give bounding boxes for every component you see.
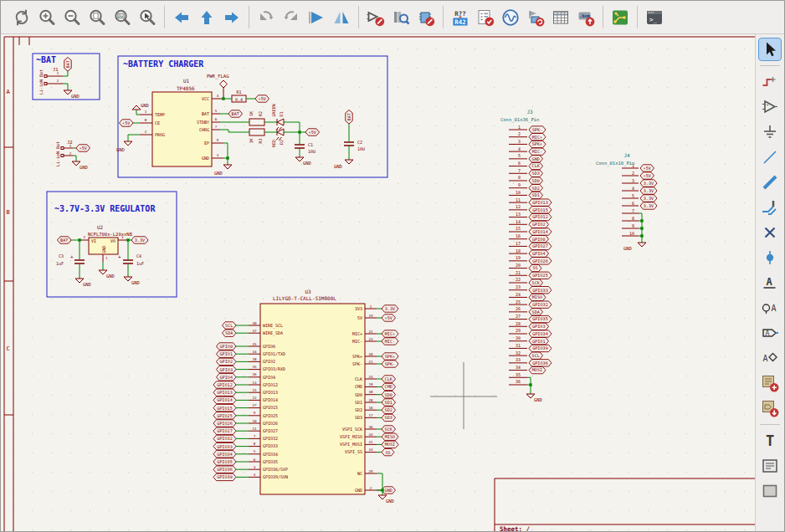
net-label-GPIO39[interactable]: GPIO39 — [213, 473, 236, 480]
wire-junction[interactable] — [381, 489, 383, 491]
zoom-fit-page-button[interactable] — [85, 5, 110, 30]
u3-pin-MIC-[interactable]: 23MIC-MIC- — [352, 337, 398, 345]
u3-pin-GPIO35[interactable]: GPIO356GPIO35 — [213, 458, 278, 466]
place-symbol-tool-button[interactable]: +- — [759, 96, 781, 118]
net-label-GPIO35[interactable]: GPIO35 — [529, 315, 552, 322]
j4-connector[interactable]: J4 Conn_01x10_Pin 1+5V2+5V33.3V43.3V53.3… — [596, 152, 657, 251]
net-label-MISO[interactable]: MISO — [382, 433, 398, 440]
net-label-MIC-[interactable]: MIC- — [382, 338, 398, 345]
net-label-MIC+[interactable]: MIC+ — [529, 134, 546, 141]
net-label-tool-button[interactable]: A — [759, 272, 781, 294]
wire-junction[interactable] — [298, 130, 300, 133]
place-power-port-tool-button[interactable] — [759, 121, 781, 143]
resistor-r2[interactable]: 1K R2 — [249, 111, 264, 125]
mirror-vertical-button[interactable] — [304, 5, 329, 30]
net-label-SPK-[interactable]: SPK- — [529, 126, 546, 133]
net-label-+5V[interactable]: +5V — [640, 172, 654, 179]
schematic-canvas[interactable]: A B C Sheet: / ~BAT J1 Li-ioN Bat 1 2 BA… — [1, 34, 757, 532]
gnd-power-symbol[interactable]: GND — [75, 279, 91, 287]
u3-pin-GPIO26[interactable]: GPIO2610GPIO26 — [213, 419, 278, 427]
wire-to-bus-entry-tool-button[interactable] — [759, 197, 781, 218]
mirror-horizontal-button[interactable] — [329, 5, 354, 30]
net-label-SDA[interactable]: SDA — [223, 330, 237, 336]
net-label-GPIO0[interactable]: GPIO0 — [529, 236, 549, 243]
u3-pin-WIRE_SDA[interactable]: SDA37WIRE_SDA — [223, 329, 284, 337]
u3-pin-GND[interactable]: 2GNDGND — [355, 486, 396, 494]
net-label-GPIO13[interactable]: GPIO13 — [213, 389, 236, 396]
net-label-+5V[interactable]: +5V — [305, 129, 320, 136]
u3-pin-GPIO4[interactable]: GPIO426GPIO4 — [217, 372, 276, 381]
u3-pin-GPIO12[interactable]: GPIO1213GPIO12 — [213, 381, 278, 389]
net-label-GPIO1[interactable]: GPIO1 — [217, 350, 237, 357]
net-label-SCL[interactable]: SCL — [529, 352, 543, 359]
sheet-pin-tool-button[interactable] — [759, 397, 781, 419]
u3-pin-GPIO13[interactable]: GPIO1315GPIO13 — [213, 388, 278, 396]
u3-pin-SD3[interactable]: 17SD3SD3 — [355, 413, 396, 422]
net-label-GPIO3[interactable]: GPIO3 — [529, 323, 549, 330]
erc-check-button[interactable] — [473, 5, 498, 30]
capacitor-c4[interactable]: + C4 1uF — [118, 253, 144, 266]
nav-up-button[interactable] — [194, 5, 219, 30]
net-label-3.3V[interactable]: 3.3V — [131, 237, 148, 243]
footprint-editor-button[interactable] — [413, 5, 439, 30]
j4-pin-10[interactable]: 10 — [622, 231, 642, 237]
u1-tp4056[interactable]: U1 TP4056 TEMP CE PROG 1 8 2 VCC BAT STD… — [140, 78, 223, 166]
annotate-button[interactable]: R??R42 — [448, 5, 473, 30]
net-label-SD3[interactable]: SD3 — [382, 414, 396, 421]
hierarchical-sheet-tool-button[interactable] — [759, 372, 781, 394]
u3-pin-CLK[interactable]: 24CLKCLK — [355, 375, 396, 383]
net-label-SDA[interactable]: SDA — [529, 309, 543, 315]
led-d2[interactable]: RED D2 — [271, 129, 285, 147]
u3-pin-GPIO14[interactable]: GPIO1412GPIO14 — [213, 396, 278, 404]
net-label-BAT[interactable]: BAT — [58, 237, 72, 243]
gnd-power-symbol[interactable]: GND — [99, 270, 115, 279]
net-label-GPIO15[interactable]: GPIO15 — [529, 207, 552, 213]
j3-pin-36[interactable]: 36 — [509, 379, 527, 385]
u3-pin-GPIO32[interactable]: GPIO327GPIO32 — [213, 434, 278, 442]
net-label-GPIO26[interactable]: GPIO26 — [213, 420, 236, 427]
u3-pin-GPIO3/RXD[interactable]: GPIO335GPIO3/RXD — [217, 365, 286, 373]
net-label-SS[interactable]: SS — [382, 448, 394, 455]
nav-back-button[interactable] — [169, 5, 194, 30]
symbol-editor-button[interactable] — [363, 5, 388, 30]
u3-pin-GPIO27[interactable]: GPIO2711GPIO27 — [213, 427, 278, 435]
symbol-fields-table-button[interactable] — [548, 5, 573, 30]
net-label-SD1[interactable]: SD1 — [529, 192, 543, 198]
hierarchical-label-tool-button[interactable]: A — [759, 322, 781, 344]
net-label-SCL[interactable]: SCL — [223, 322, 237, 329]
net-label-GPIO25[interactable]: GPIO25 — [213, 412, 236, 419]
u3-pin-SD1[interactable]: 28SD1SD1 — [355, 398, 396, 407]
net-label-SD2[interactable]: SD2 — [382, 407, 396, 413]
wire-junction[interactable] — [529, 383, 531, 386]
net-label-GPIO12[interactable]: GPIO12 — [213, 381, 236, 388]
u3-pin-3V3[interactable]: 13V33.3V — [355, 304, 398, 313]
u3-pin-MIC+[interactable]: 22MIC+MIC+ — [352, 330, 398, 338]
j3-pin-35[interactable]: 35 — [509, 372, 527, 378]
junction-tool-button[interactable] — [759, 247, 781, 269]
net-label-3.3V[interactable]: 3.3V — [382, 305, 398, 312]
net-label-3.3V[interactable]: 3.3V — [640, 195, 657, 202]
net-label-GPIO34[interactable]: GPIO34 — [529, 330, 552, 337]
net-label-+5V[interactable]: +5V — [382, 315, 396, 321]
j4-pin-7[interactable]: 7 — [622, 208, 642, 214]
wire[interactable] — [73, 148, 76, 161]
wire-junction[interactable] — [226, 156, 228, 159]
net-label-GPIO13[interactable]: GPIO13 — [529, 199, 552, 206]
net-label-GPIO2[interactable]: GPIO2 — [217, 358, 237, 365]
net-label-SD0[interactable]: SD0 — [382, 391, 396, 398]
rotate-cw-button[interactable] — [279, 5, 304, 30]
wire[interactable] — [377, 473, 382, 495]
wire-junction[interactable] — [126, 238, 129, 241]
net-label-MOSI[interactable]: MOSI — [529, 366, 546, 373]
net-label-GPIO27[interactable]: GPIO27 — [529, 243, 552, 249]
net-label-SPK+[interactable]: SPK+ — [529, 141, 546, 147]
resistor-r3[interactable]: 1K R3 — [249, 129, 264, 144]
u3-pin-SD2[interactable]: 16SD2SD2 — [355, 406, 396, 414]
select-tool-button[interactable] — [759, 38, 781, 60]
zoom-in-button[interactable] — [34, 5, 59, 30]
net-label-CMD[interactable]: CMD — [382, 383, 396, 390]
net-label-MIC+[interactable]: MIC+ — [382, 330, 398, 337]
gnd-power-symbol[interactable]: GND — [64, 90, 80, 99]
u3-pin-GPIO36/SVP[interactable]: GPIO363GPIO36/SVP — [213, 465, 288, 473]
gnd-power-symbol[interactable]: GND — [124, 277, 140, 285]
